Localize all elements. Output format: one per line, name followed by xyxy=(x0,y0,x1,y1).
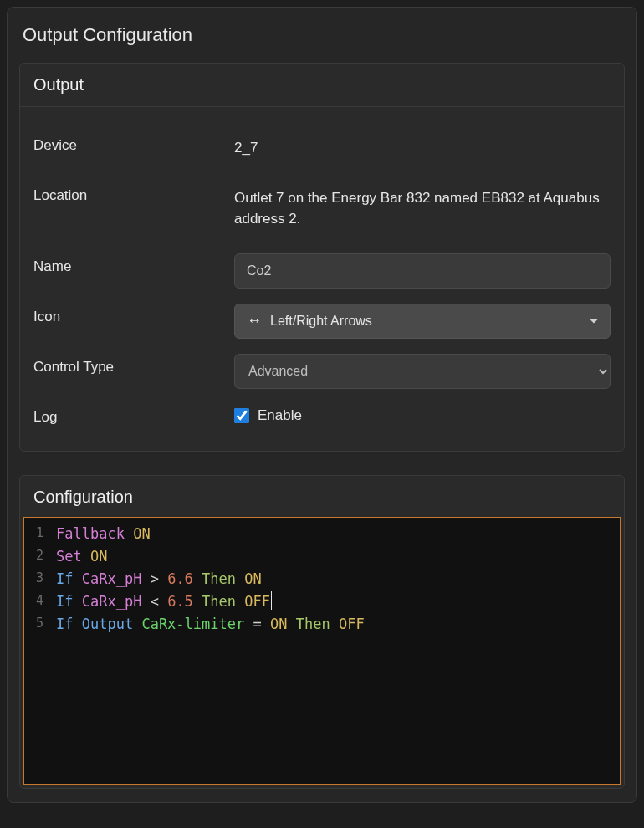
device-row: Device 2_7 xyxy=(33,132,611,159)
code-line[interactable]: Fallback ON xyxy=(56,523,611,545)
location-value: Outlet 7 on the Energy Bar 832 named EB8… xyxy=(234,182,611,230)
output-configuration-panel: Output Configuration Output Device 2_7 L… xyxy=(7,7,637,803)
log-row: Log Enable xyxy=(33,404,611,426)
line-number: 5 xyxy=(24,613,43,636)
code-line[interactable]: Set ON xyxy=(56,545,611,568)
code-gutter: 12345 xyxy=(24,518,49,784)
icon-select-label: Left/Right Arrows xyxy=(270,314,372,329)
line-number: 1 xyxy=(24,523,43,545)
configuration-card-header: Configuration xyxy=(20,476,624,517)
log-label: Log xyxy=(33,404,234,426)
name-input[interactable] xyxy=(234,253,611,289)
icon-label: Icon xyxy=(33,304,234,325)
line-number: 4 xyxy=(24,590,43,613)
configuration-card: Configuration 12345 Fallback ONSet ONIf … xyxy=(19,475,625,789)
control-type-select[interactable]: Advanced xyxy=(234,354,611,389)
output-card-header: Output xyxy=(20,64,624,107)
line-number: 3 xyxy=(24,568,43,590)
device-label: Device xyxy=(33,132,234,154)
icon-select[interactable]: ↔ Left/Right Arrows xyxy=(234,304,611,339)
code-editor[interactable]: 12345 Fallback ONSet ONIf CaRx_pH > 6.6 … xyxy=(23,517,621,785)
code-content[interactable]: Fallback ONSet ONIf CaRx_pH > 6.6 Then O… xyxy=(49,518,620,784)
location-row: Location Outlet 7 on the Energy Bar 832 … xyxy=(33,182,611,230)
log-enable-label[interactable]: Enable xyxy=(258,407,302,424)
page-title: Output Configuration xyxy=(23,24,625,46)
control-type-row: Control Type Advanced xyxy=(33,354,611,389)
log-enable-checkbox[interactable] xyxy=(234,408,249,423)
device-value: 2_7 xyxy=(234,132,611,159)
output-card-body: Device 2_7 Location Outlet 7 on the Ener… xyxy=(20,107,624,451)
control-type-label: Control Type xyxy=(33,354,234,376)
icon-row: Icon ↔ Left/Right Arrows xyxy=(33,304,611,339)
code-line[interactable]: If Output CaRx-limiter = ON Then OFF xyxy=(56,613,611,636)
text-cursor xyxy=(271,591,272,610)
name-row: Name xyxy=(33,253,611,289)
left-right-arrows-icon: ↔ xyxy=(247,312,262,330)
location-label: Location xyxy=(33,182,234,204)
code-line[interactable]: If CaRx_pH > 6.6 Then ON xyxy=(56,568,611,590)
name-label: Name xyxy=(33,253,234,275)
code-line[interactable]: If CaRx_pH < 6.5 Then OFF xyxy=(56,590,611,613)
output-card: Output Device 2_7 Location Outlet 7 on t… xyxy=(19,63,625,452)
line-number: 2 xyxy=(24,545,43,568)
chevron-down-icon xyxy=(590,319,598,323)
